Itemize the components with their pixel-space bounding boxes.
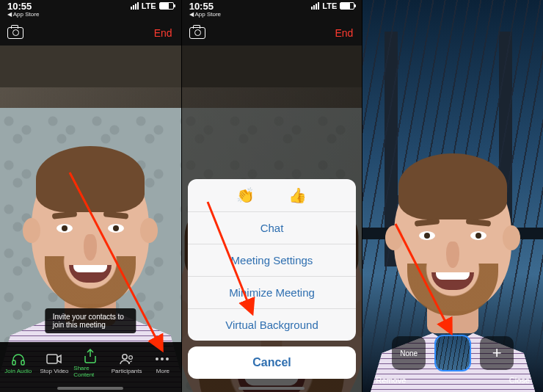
screen-more-menu: 10:55 ◀ App Store LTE End: [181, 0, 362, 392]
switch-camera-icon[interactable]: [7, 27, 23, 39]
signal-bars-icon: [131, 2, 139, 10]
menu-cancel[interactable]: Cancel: [188, 346, 357, 379]
close-button[interactable]: Close: [486, 376, 530, 385]
battery-icon: [159, 2, 174, 10]
svg-line-6: [208, 202, 252, 312]
svg-rect-0: [12, 360, 15, 365]
remove-button[interactable]: Remove: [376, 376, 420, 385]
battery-icon: [340, 2, 354, 10]
end-meeting-button[interactable]: End: [333, 24, 354, 42]
svg-rect-2: [47, 355, 57, 363]
home-indicator[interactable]: [238, 387, 305, 390]
svg-line-5: [70, 173, 161, 349]
status-time: 10:55: [189, 1, 221, 12]
bg-option-add[interactable]: +: [480, 336, 514, 370]
switch-camera-icon[interactable]: [189, 27, 205, 39]
meeting-topnav: End: [182, 21, 362, 46]
signal-bars-icon: [311, 2, 319, 10]
annotation-arrow: [204, 198, 292, 326]
status-time: 10:55: [7, 1, 39, 12]
join-audio-button[interactable]: Join Audio: [1, 352, 35, 374]
carrier-label: LTE: [322, 1, 337, 10]
home-indicator[interactable]: [57, 387, 123, 390]
annotation-arrow: [66, 169, 176, 363]
svg-rect-1: [21, 360, 24, 365]
status-bar: 10:55 ◀ App Store LTE: [182, 0, 362, 21]
carrier-label: LTE: [142, 1, 156, 10]
status-back-app[interactable]: ◀ App Store: [189, 12, 221, 18]
status-bar: 10:55 ◀ App Store LTE: [0, 0, 181, 21]
screen-meeting-main: 10:55 ◀ App Store LTE End Invite your co…: [0, 0, 181, 392]
status-back-app[interactable]: ◀ App Store: [7, 12, 39, 18]
headphones-icon: [10, 352, 26, 366]
end-meeting-button[interactable]: End: [153, 24, 174, 42]
picker-footer: Remove Close: [362, 376, 543, 385]
annotation-arrow: [392, 220, 480, 348]
screen-virtual-background: None + Remove Close: [362, 0, 543, 392]
svg-line-7: [396, 224, 451, 332]
meeting-topnav: End: [0, 21, 181, 46]
tutorial-triptych: 10:55 ◀ App Store LTE End Invite your co…: [0, 0, 543, 392]
video-icon: [46, 352, 62, 366]
